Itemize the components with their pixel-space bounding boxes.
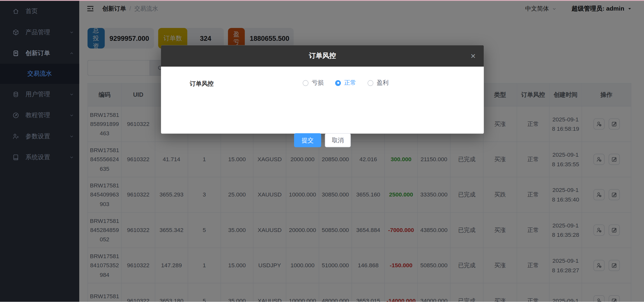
- risk-field-label: 订单风控: [190, 80, 214, 88]
- sidebar-submenu-item[interactable]: 交易流水: [0, 64, 79, 84]
- radio-option[interactable]: 亏损: [303, 79, 324, 87]
- modal-header: 订单风控 ✕: [161, 45, 484, 67]
- chevron-down-icon: [69, 92, 74, 97]
- sidebar-item-label: 教程管理: [25, 111, 69, 119]
- sidebar-item[interactable]: 首页: [0, 1, 79, 22]
- sidebar-item[interactable]: 参数设置: [0, 126, 79, 147]
- risk-control-modal: 订单风控 ✕ 订单风控 亏损正常盈利 提交 取消: [161, 45, 484, 134]
- chevron-down-icon: [69, 155, 74, 160]
- users-icon: [12, 91, 19, 98]
- sidebar-item[interactable]: 产品管理: [0, 22, 79, 43]
- sidebar-item-label: 用户管理: [25, 90, 69, 98]
- product-icon: [12, 29, 19, 36]
- close-icon[interactable]: ✕: [462, 45, 484, 67]
- order-icon: [12, 50, 19, 57]
- sidebar-item-label: 产品管理: [25, 28, 69, 36]
- radio-option[interactable]: 盈利: [368, 79, 388, 87]
- app-screen: 首页产品管理创新订单交易流水用户管理教程管理参数设置系统设置 创新订单 / 交易…: [0, 0, 644, 302]
- sidebar-item[interactable]: 创新订单: [0, 43, 79, 64]
- sidebar-item[interactable]: 用户管理: [0, 84, 79, 105]
- submit-button[interactable]: 提交: [294, 133, 321, 147]
- radio-label: 亏损: [312, 79, 324, 87]
- chevron-down-icon: [69, 134, 74, 139]
- system-icon: [12, 154, 19, 161]
- radio-group: 亏损正常盈利: [303, 79, 388, 87]
- sidebar-submenu-label: 交易流水: [27, 70, 52, 78]
- sidebar-item[interactable]: 系统设置: [0, 147, 79, 168]
- chevron-down-icon: [69, 30, 74, 35]
- sidebar-item-label: 参数设置: [25, 132, 69, 140]
- radio-label: 盈利: [377, 79, 388, 87]
- radio-dot: [335, 80, 341, 86]
- tutorial-icon: [12, 112, 19, 119]
- radio-label: 正常: [344, 79, 356, 87]
- sidebar-menu: 首页产品管理创新订单交易流水用户管理教程管理参数设置系统设置: [0, 0, 79, 168]
- sidebar-item-label: 创新订单: [25, 49, 69, 57]
- radio-dot: [303, 80, 308, 86]
- home-icon: [12, 8, 19, 15]
- params-icon: [12, 133, 19, 140]
- cancel-button[interactable]: 取消: [325, 133, 351, 147]
- radio-dot: [368, 80, 373, 86]
- chevron-up-icon: [69, 51, 74, 56]
- sidebar-item-label: 首页: [25, 7, 74, 15]
- loading-bar: [0, 0, 644, 1]
- modal-body: 订单风控 亏损正常盈利 提交 取消: [161, 66, 484, 133]
- sidebar: 首页产品管理创新订单交易流水用户管理教程管理参数设置系统设置: [0, 0, 79, 302]
- radio-option[interactable]: 正常: [335, 79, 356, 87]
- modal-title: 订单风控: [309, 51, 336, 60]
- sidebar-item[interactable]: 教程管理: [0, 105, 79, 126]
- chevron-down-icon: [69, 113, 74, 118]
- sidebar-item-label: 系统设置: [25, 153, 69, 161]
- modal-actions: 提交 取消: [294, 133, 351, 147]
